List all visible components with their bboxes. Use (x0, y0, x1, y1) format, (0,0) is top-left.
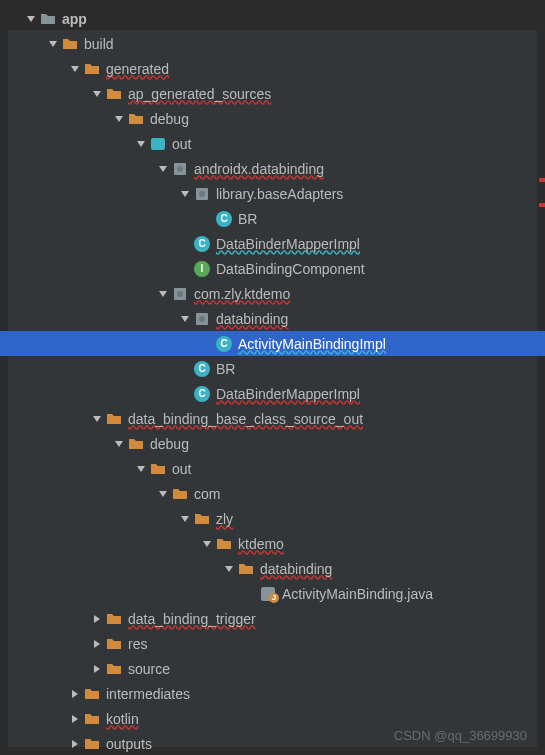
folder-icon (84, 736, 100, 752)
chevron-right-icon (70, 739, 80, 749)
class-icon: C (216, 211, 232, 227)
tree-label: library.baseAdapters (216, 186, 545, 202)
tree-label: source (128, 661, 545, 677)
tree-item-com[interactable]: com (0, 481, 545, 506)
chevron-down-icon (92, 414, 102, 424)
tree-item-ap-generated[interactable]: ap_generated_sources (0, 81, 545, 106)
tree-item-out[interactable]: out (0, 131, 545, 156)
class-icon: C (194, 361, 210, 377)
chevron-right-icon (70, 689, 80, 699)
tree-item-databinding[interactable]: databinding (0, 306, 545, 331)
java-file-icon (260, 586, 276, 602)
chevron-down-icon (26, 14, 36, 24)
tree-label: intermediates (106, 686, 545, 702)
tree-item-debug[interactable]: debug (0, 106, 545, 131)
chevron-down-icon (224, 564, 234, 574)
tree-label: ktdemo (238, 536, 545, 552)
tree-item-debug2[interactable]: debug (0, 431, 545, 456)
tree-item-library-baseadapters[interactable]: library.baseAdapters (0, 181, 545, 206)
folder-icon (238, 561, 254, 577)
tree-item-ktdemo[interactable]: ktdemo (0, 531, 545, 556)
tree-label: DataBindingComponent (216, 261, 545, 277)
svg-point-5 (177, 291, 183, 297)
folder-icon (150, 461, 166, 477)
chevron-down-icon (180, 514, 190, 524)
tree-label: DataBinderMapperImpl (216, 236, 545, 252)
tree-label: BR (216, 361, 545, 377)
folder-icon (216, 536, 232, 552)
project-tree[interactable]: app build generated ap_generated_sources… (0, 0, 545, 755)
chevron-down-icon (136, 464, 146, 474)
interface-icon: I (194, 261, 210, 277)
folder-icon (62, 36, 78, 52)
tree-label: out (172, 136, 545, 152)
tree-item-build[interactable]: build (0, 31, 545, 56)
module-icon (40, 11, 56, 27)
tree-label: data_binding_trigger (128, 611, 545, 627)
tree-label: databinding (216, 311, 545, 327)
chevron-right-icon (70, 714, 80, 724)
chevron-down-icon (70, 64, 80, 74)
tree-label: androidx.databinding (194, 161, 545, 177)
chevron-down-icon (48, 39, 58, 49)
tree-item-com-zly-ktdemo[interactable]: com.zly.ktdemo (0, 281, 545, 306)
chevron-right-icon (92, 639, 102, 649)
folder-icon (172, 486, 188, 502)
folder-icon (128, 436, 144, 452)
tree-item-androidx-databinding[interactable]: androidx.databinding (0, 156, 545, 181)
tree-item-generated[interactable]: generated (0, 56, 545, 81)
watermark: CSDN @qq_36699930 (394, 728, 527, 743)
chevron-right-icon (92, 664, 102, 674)
tree-label: BR (238, 211, 545, 227)
tree-item-intermediates[interactable]: intermediates (0, 681, 545, 706)
tree-label: build (84, 36, 545, 52)
tree-item-zly[interactable]: zly (0, 506, 545, 531)
package-icon (194, 186, 210, 202)
tree-item-data-binding-trigger[interactable]: data_binding_trigger (0, 606, 545, 631)
chevron-down-icon (202, 539, 212, 549)
package-icon (194, 311, 210, 327)
tree-label: com (194, 486, 545, 502)
tree-label: debug (150, 436, 545, 452)
tree-item-activitymainbinding-java[interactable]: ActivityMainBinding.java (0, 581, 545, 606)
tree-label: ActivityMainBindingImpl (238, 336, 545, 352)
svg-point-3 (199, 191, 205, 197)
tree-item-databindermapperimpl[interactable]: C DataBinderMapperImpl (0, 231, 545, 256)
tree-item-res[interactable]: res (0, 631, 545, 656)
folder-icon (106, 636, 122, 652)
class-icon: C (194, 386, 210, 402)
tree-item-br2[interactable]: C BR (0, 356, 545, 381)
tree-item-databindermapperimpl2[interactable]: C DataBinderMapperImpl (0, 381, 545, 406)
tree-item-data-binding-base[interactable]: data_binding_base_class_source_out (0, 406, 545, 431)
tree-item-app[interactable]: app (0, 6, 545, 31)
tree-label: out (172, 461, 545, 477)
folder-icon (106, 661, 122, 677)
tree-item-databindingcomponent[interactable]: I DataBindingComponent (0, 256, 545, 281)
chevron-down-icon (158, 289, 168, 299)
chevron-down-icon (136, 139, 146, 149)
svg-point-7 (199, 316, 205, 322)
tree-item-source[interactable]: source (0, 656, 545, 681)
tree-item-activitymainbindingimpl[interactable]: C ActivityMainBindingImpl (0, 331, 545, 356)
chevron-right-icon (92, 614, 102, 624)
tree-item-br[interactable]: C BR (0, 206, 545, 231)
folder-icon (106, 86, 122, 102)
folder-icon (106, 611, 122, 627)
folder-icon (84, 711, 100, 727)
chevron-down-icon (92, 89, 102, 99)
tree-label: zly (216, 511, 545, 527)
package-icon (172, 161, 188, 177)
tree-label: res (128, 636, 545, 652)
folder-icon (84, 686, 100, 702)
tree-item-databinding2[interactable]: databinding (0, 556, 545, 581)
svg-point-1 (177, 166, 183, 172)
tree-label: ap_generated_sources (128, 86, 545, 102)
tree-label: com.zly.ktdemo (194, 286, 545, 302)
tree-label: ActivityMainBinding.java (282, 586, 545, 602)
tree-label: debug (150, 111, 545, 127)
tree-item-out2[interactable]: out (0, 456, 545, 481)
class-icon: C (216, 336, 232, 352)
chevron-down-icon (180, 189, 190, 199)
tree-label: generated (106, 61, 545, 77)
folder-icon (106, 411, 122, 427)
